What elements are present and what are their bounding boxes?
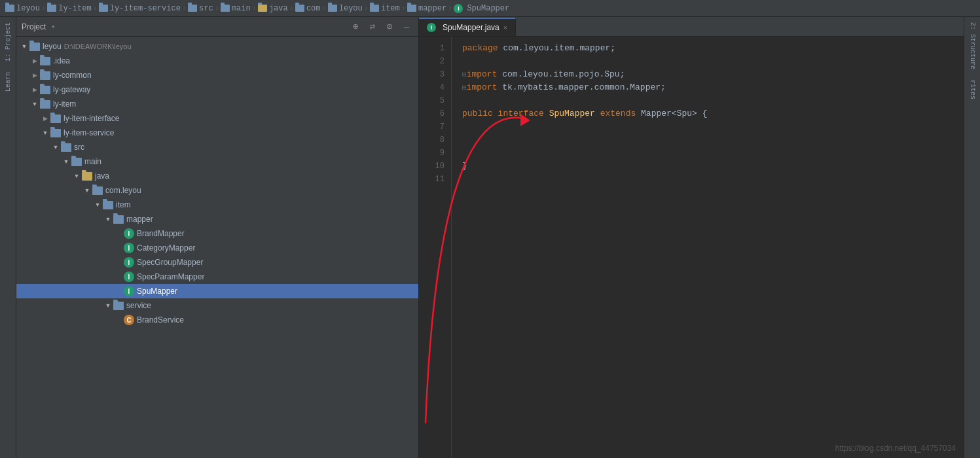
breadcrumb-item[interactable]: ly-item xyxy=(47,4,91,13)
folder-icon xyxy=(40,86,50,94)
tree-label: ly-item xyxy=(53,99,76,109)
folder-icon xyxy=(295,5,304,12)
line-num-9: 9 xyxy=(419,147,451,160)
tree-label: SpuMapper xyxy=(137,287,177,296)
project-panel: Project ▾ ⊕ ⇄ ⚙ — ▼ leyou D:\IDEAWORK\le… xyxy=(16,17,419,458)
tree-item-leyou[interactable]: ▼ leyou D:\IDEAWORK\leyou xyxy=(16,39,418,54)
tree-label: SpecParamMapper xyxy=(137,272,204,281)
breadcrumb-label: ly-item-service xyxy=(110,4,181,13)
tab-label: SpuMapper.java xyxy=(443,23,499,32)
breadcrumb-label: com xyxy=(306,4,321,13)
learn-panel-tab[interactable]: Learn xyxy=(2,67,14,97)
tree-arrow: ▶ xyxy=(29,84,40,95)
folder-icon xyxy=(370,5,379,12)
tree-item-SpecGroupMapper[interactable]: I SpecGroupMapper xyxy=(16,255,418,270)
interface-badge: I xyxy=(124,286,134,296)
tree-label: SpecGroupMapper xyxy=(137,258,203,267)
breadcrumb-item[interactable]: mapper xyxy=(407,4,446,13)
editor-tab-SpuMapper[interactable]: I SpuMapper.java × xyxy=(419,18,516,36)
tree-label: mapper xyxy=(126,215,153,224)
collapse-button[interactable]: ⇄ xyxy=(366,20,379,33)
code-content[interactable]: package com.leyou.item.mapper; ⊟import c… xyxy=(452,37,964,458)
tree-item-ly-gateway[interactable]: ▶ ly-gateway xyxy=(16,82,418,97)
line-num-11: 11 xyxy=(419,173,451,186)
breadcrumb-label: leyou xyxy=(16,4,40,13)
tree-path-hint: D:\IDEAWORK\leyou xyxy=(64,43,132,50)
breadcrumb-item[interactable]: leyou xyxy=(328,4,363,13)
tree-item-ly-item[interactable]: ▼ ly-item xyxy=(16,97,418,111)
tree-arrow: ▼ xyxy=(82,185,92,196)
panel-header: Project ▾ ⊕ ⇄ ⚙ — xyxy=(16,17,418,37)
tab-interface-badge: I xyxy=(427,23,436,32)
breadcrumb-item[interactable]: src xyxy=(188,4,213,13)
interface-badge: I xyxy=(124,228,134,239)
tree-label: ly-gateway xyxy=(53,85,90,94)
tree-arrow xyxy=(113,243,124,253)
tree-arrow: ▼ xyxy=(50,142,61,152)
tree-label: item xyxy=(116,200,131,209)
folder-icon xyxy=(50,129,61,137)
tree-arrow xyxy=(113,315,124,325)
minimize-button[interactable]: — xyxy=(400,20,413,33)
tree-area[interactable]: ▼ leyou D:\IDEAWORK\leyou ▶ .idea ▶ ly-c… xyxy=(16,37,418,458)
breadcrumb-item[interactable]: java xyxy=(258,4,288,13)
breadcrumb-item[interactable]: main xyxy=(221,4,251,13)
left-panel-strip: 1: Project Learn xyxy=(0,17,16,458)
folder-icon xyxy=(328,5,337,12)
project-panel-tab[interactable]: 1: Project xyxy=(2,17,14,67)
folder-icon xyxy=(113,302,124,310)
tree-item-BrandService[interactable]: C BrandService xyxy=(16,313,418,327)
tab-close-button[interactable]: × xyxy=(503,24,507,31)
tree-item-src[interactable]: ▼ src xyxy=(16,140,418,154)
tree-item-ly-common[interactable]: ▶ ly-common xyxy=(16,68,418,82)
tree-arrow xyxy=(113,272,124,282)
code-editor: 1 2 3 4 5 6 7 8 9 10 11 package com.leyo… xyxy=(419,37,964,458)
tree-item-ly-item-service[interactable]: ▼ ly-item-service xyxy=(16,126,418,140)
tree-arrow xyxy=(113,228,124,239)
code-line-6: public interface SpuMapper extends Mappe… xyxy=(462,107,953,120)
tree-item-SpuMapper[interactable]: I SpuMapper xyxy=(16,284,418,298)
panel-actions: ⊕ ⇄ ⚙ — xyxy=(349,20,413,33)
add-button[interactable]: ⊕ xyxy=(349,20,362,33)
tree-label: BrandMapper xyxy=(137,229,185,238)
breadcrumb-item[interactable]: I SpuMapper xyxy=(454,4,509,13)
breadcrumb-item[interactable]: item xyxy=(370,4,400,13)
tree-arrow xyxy=(113,257,124,268)
tree-item-com-leyou[interactable]: ▼ com.leyou xyxy=(16,183,418,198)
code-line-9 xyxy=(462,147,953,160)
panel-title-arrow[interactable]: ▾ xyxy=(51,23,55,31)
editor-tabs: I SpuMapper.java × xyxy=(419,17,964,37)
breadcrumb-item[interactable]: ly-item-service xyxy=(99,4,181,13)
folder-yellow-icon xyxy=(258,5,267,12)
line-num-2: 2 xyxy=(419,55,451,68)
folder-icon xyxy=(47,5,56,12)
tree-item-main[interactable]: ▼ main xyxy=(16,154,418,169)
tree-label: java xyxy=(95,171,109,181)
rites-panel-tab[interactable]: rites xyxy=(966,75,979,105)
line-num-6: 6 xyxy=(419,107,451,120)
tree-item-CategoryMapper[interactable]: I CategoryMapper xyxy=(16,241,418,255)
tree-item-idea[interactable]: ▶ .idea xyxy=(16,54,418,68)
tree-item-mapper[interactable]: ▼ mapper xyxy=(16,212,418,226)
settings-button[interactable]: ⚙ xyxy=(383,20,396,33)
structure-panel-tab[interactable]: Z: Structure xyxy=(966,17,979,75)
breadcrumb-label: src xyxy=(199,4,213,13)
folder-icon xyxy=(50,114,61,123)
folder-icon xyxy=(40,57,50,65)
tree-item-ly-item-interface[interactable]: ▶ ly-item-interface xyxy=(16,111,418,126)
editor-area: I SpuMapper.java × 1 2 3 4 5 6 7 8 9 10 … xyxy=(419,17,964,458)
interface-badge: I xyxy=(124,257,134,268)
folder-icon xyxy=(407,5,416,12)
tree-arrow: ▼ xyxy=(40,128,50,138)
tree-item-BrandMapper[interactable]: I BrandMapper xyxy=(16,226,418,241)
breadcrumb-label: item xyxy=(381,4,400,13)
breadcrumb-item[interactable]: com xyxy=(295,4,321,13)
tree-item-item[interactable]: ▼ item xyxy=(16,198,418,212)
breadcrumb-item[interactable]: leyou xyxy=(5,4,40,13)
tree-label: main xyxy=(84,157,101,166)
breadcrumb-label: SpuMapper xyxy=(467,4,509,13)
tree-item-service[interactable]: ▼ service xyxy=(16,298,418,313)
line-num-7: 7 xyxy=(419,120,451,133)
tree-item-java[interactable]: ▼ java xyxy=(16,169,418,183)
tree-item-SpecParamMapper[interactable]: I SpecParamMapper xyxy=(16,270,418,284)
